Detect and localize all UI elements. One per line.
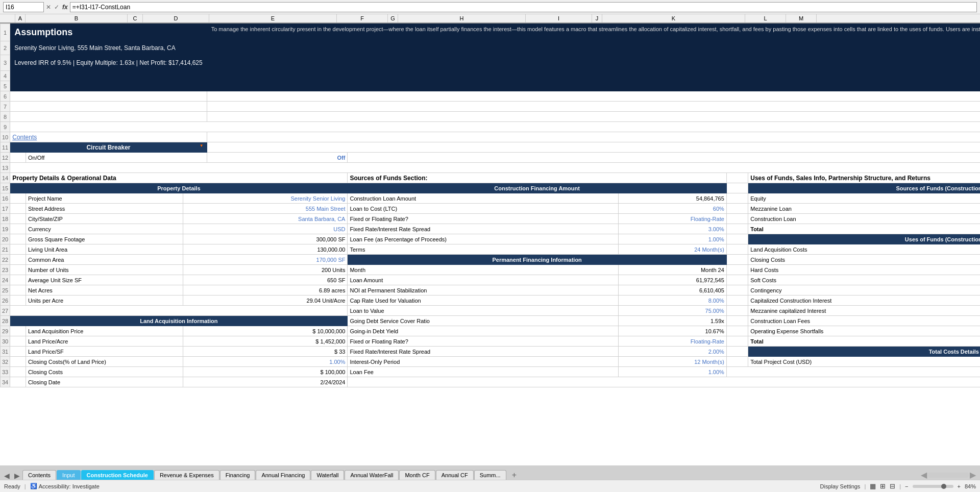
perm-month-value[interactable]: Month 24 (618, 265, 726, 275)
col-header-L[interactable]: L (745, 14, 786, 22)
row-26: 26 Units per Acre 29.04 Unit/Acre Cap Ra… (1, 296, 981, 306)
sources-funds-title: Sources of Funds Section: (348, 173, 726, 183)
col-header-G[interactable]: G (388, 14, 398, 22)
page-break-icon[interactable]: ⊟ (890, 482, 895, 490)
cancel-icon[interactable]: ✕ (46, 4, 51, 11)
currency-value[interactable]: USD (183, 224, 348, 234)
tab-waterfall[interactable]: Waterfall (311, 470, 344, 480)
closing-costs-dollar-value[interactable]: $ 100,000 (183, 367, 348, 377)
cap-rate-value[interactable]: 8.00% (618, 296, 726, 306)
noi-value[interactable]: 6,610,405 (618, 285, 726, 296)
formula-input[interactable] (70, 2, 977, 12)
equity-label: Equity (748, 193, 980, 204)
tab-summ[interactable]: Summ... (474, 470, 506, 480)
sources-of-funds-header: Sources of Funds (Construction Financing… (748, 183, 980, 193)
circuit-breaker-label: Circuit Breaker (86, 144, 130, 151)
row-19: 19 Currency USD Fixed Rate/Interest Rate… (1, 224, 981, 234)
units-per-acre-value[interactable]: 29.04 Unit/Acre (183, 296, 348, 306)
perm-spread-value[interactable]: 2.00% (618, 347, 726, 357)
tab-annual-financing[interactable]: Annual Financing (256, 470, 310, 480)
soft-costs-label: Soft Costs (748, 275, 980, 285)
zoom-slider[interactable] (913, 485, 953, 488)
common-area-value[interactable]: 170,000 SF (183, 255, 348, 265)
col-header-E[interactable]: E (209, 14, 337, 22)
col-header-D[interactable]: D (143, 14, 209, 22)
living-unit-value[interactable]: 130,000.00 (183, 244, 348, 255)
closing-costs-pct-value[interactable]: 1.00% (183, 357, 348, 367)
total-project-cost-label: Total Project Cost (USD) (748, 357, 980, 367)
col-header-C[interactable]: C (128, 14, 143, 22)
closing-costs-dollar-label: Closing Costs (26, 367, 183, 377)
confirm-icon[interactable]: ✓ (54, 4, 59, 11)
tab-month-cf[interactable]: Month CF (399, 470, 435, 480)
row-30: 30 Land Price/Acre $ 1,452,000 Fixed or … (1, 336, 981, 347)
loan-fee-value[interactable]: 1.00% (618, 234, 726, 244)
off-label[interactable]: Off (207, 153, 348, 163)
scroll-right-arrow[interactable]: ▶ (970, 470, 976, 480)
avg-unit-size-value[interactable]: 650 SF (183, 275, 348, 285)
row-12: 12 On/Off Off (1, 153, 981, 163)
scroll-left-arrow[interactable]: ◀ (921, 470, 927, 480)
row-5: 5 Mezzanine Loan (1, 81, 981, 91)
ltc-value[interactable]: 60% (618, 204, 726, 214)
perm-loan-fee-value[interactable]: 1.00% (618, 367, 726, 377)
land-acq-price-value[interactable]: $ 10,000,000 (183, 326, 348, 336)
tab-construction-schedule[interactable]: Construction Schedule (81, 470, 154, 480)
gdscr-value[interactable]: 1.59x (618, 316, 726, 326)
const-loan-value[interactable]: 54,864,765 (618, 193, 726, 204)
sheet-nav-left[interactable]: ◀ (2, 472, 12, 480)
tab-revenue-expenses[interactable]: Revenue & Expenses (154, 470, 219, 480)
floating-value[interactable]: Floating-Rate (618, 214, 726, 224)
tab-annual-waterfall[interactable]: Annual WaterFall (345, 470, 399, 480)
perm-spread-label: Fixed Rate/Interest Rate Spread (348, 347, 618, 357)
city-value[interactable]: Santa Barbara, CA (183, 214, 348, 224)
net-acres-value[interactable]: 6.89 acres (183, 285, 348, 296)
tab-annual-cf[interactable]: Annual CF (436, 470, 474, 480)
street-addr-value[interactable]: 555 Main Street (183, 204, 348, 214)
io-period-value[interactable]: 12 Month(s) (618, 357, 726, 367)
col-header-M[interactable]: M (786, 14, 817, 22)
land-price-sf-value[interactable]: $ 33 (183, 347, 348, 357)
normal-view-icon[interactable]: ▦ (870, 482, 876, 490)
zoom-in-button[interactable]: + (958, 483, 961, 489)
cell-ref-input[interactable] (3, 2, 44, 12)
col-header-K[interactable]: K (602, 14, 745, 22)
col-header-F[interactable]: F (337, 14, 388, 22)
horizontal-scrollbar[interactable] (928, 473, 969, 478)
col-header-B[interactable]: B (26, 14, 128, 22)
cap-rate-label: Cap Rate Used for Valuation (348, 296, 618, 306)
col-header-J[interactable]: J (592, 14, 602, 22)
perm-floating-value[interactable]: Floating-Rate (618, 336, 726, 347)
row-34: 34 Closing Date 2/24/2024 (1, 377, 981, 387)
land-price-acre-value[interactable]: $ 1,452,000 (183, 336, 348, 347)
tab-contents[interactable]: Contents (22, 470, 56, 480)
col-header-H[interactable]: H (398, 14, 526, 22)
closing-date-value[interactable]: 2/24/2024 (183, 377, 348, 387)
page-layout-icon[interactable]: ⊞ (880, 482, 886, 490)
units-value[interactable]: 200 Units (183, 265, 348, 275)
gross-sf-value[interactable]: 300,000 SF (183, 234, 348, 244)
tab-financing[interactable]: Financing (220, 470, 256, 480)
cap-const-interest-label: Capitalized Construction Interest (748, 296, 980, 306)
common-area-label: Common Area (26, 255, 183, 265)
col-header-I[interactable]: I (526, 14, 592, 22)
zoom-level[interactable]: 84% (965, 483, 976, 489)
loan-amount-value[interactable]: 61,972,545 (618, 275, 726, 285)
tab-input[interactable]: Input (57, 470, 80, 480)
floating-label: Fixed or Floating Rate? (348, 214, 618, 224)
ready-status: Ready (4, 483, 20, 489)
project-name-value[interactable]: Serenity Senior Living (183, 193, 348, 204)
ltv-value[interactable]: 75.00% (618, 306, 726, 316)
accessibility-status[interactable]: Accessibility: Investigate (39, 483, 100, 489)
row-24: 24 Average Unit Size SF 650 SF Loan Amou… (1, 275, 981, 285)
col-header-A[interactable]: A (15, 14, 26, 22)
going-debt-yield-value[interactable]: 10.67% (618, 326, 726, 336)
contents-link[interactable]: Contents (12, 134, 37, 141)
terms-value[interactable]: 24 Month(s) (618, 244, 726, 255)
spread-value[interactable]: 3.00% (618, 224, 726, 234)
zoom-out-button[interactable]: − (905, 483, 908, 489)
display-settings[interactable]: Display Settings (820, 483, 861, 489)
blank-row2 (207, 41, 980, 55)
sheet-nav-right[interactable]: ▶ (12, 472, 22, 480)
add-sheet-button[interactable]: + (509, 471, 520, 480)
